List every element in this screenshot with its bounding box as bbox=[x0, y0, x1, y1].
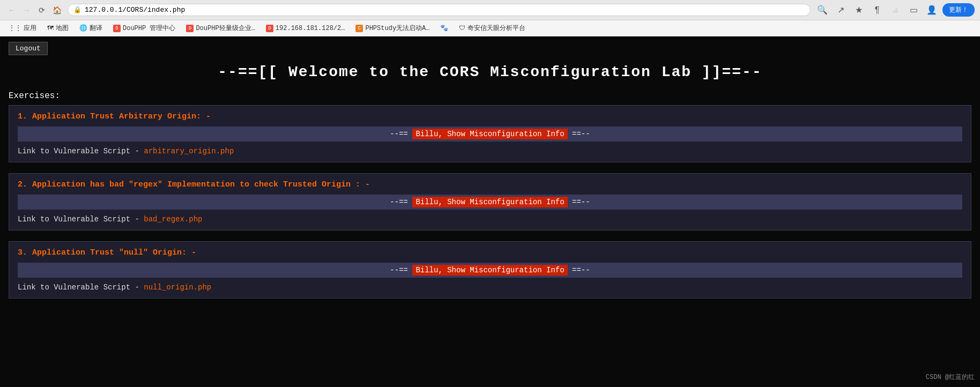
exercise-3-billu-bar[interactable]: --== Billu, Show Misconfiguration Info =… bbox=[18, 263, 962, 278]
exercise-1-billu-bar[interactable]: --== Billu, Show Misconfiguration Info =… bbox=[18, 126, 962, 142]
csdn-watermark: CSDN @红蓝的红 bbox=[926, 373, 975, 382]
profile-btn[interactable]: 👤 bbox=[924, 3, 939, 18]
exercise-box-1: 1. Application Trust Arbitrary Origin: -… bbox=[9, 105, 971, 162]
bookmark-translate[interactable]: 🌐 翻译 bbox=[75, 23, 107, 34]
bookmark-star-btn[interactable]: ★ bbox=[851, 3, 866, 18]
bookmark-map[interactable]: 🗺 地图 bbox=[43, 23, 73, 34]
exercise-box-3: 3. Application Trust "null" Origin: - --… bbox=[9, 241, 971, 299]
exercise-3-link[interactable]: null_origin.php bbox=[144, 283, 211, 292]
douphp-lite-icon: D bbox=[186, 25, 194, 32]
browser-chrome: ← → ⟳ 🏠 🔒 🔍 ↗ ★ ¶ ◽ ▭ 👤 更新！ ⋮⋮ 应用 🗺 地图 bbox=[0, 0, 980, 36]
phpstudy-icon: C bbox=[355, 25, 363, 32]
bookmark-tianyan[interactable]: 🛡 奇安信天眼分析平台 bbox=[455, 23, 530, 34]
refresh-button[interactable]: ⟳ bbox=[35, 4, 48, 17]
bookmarks-bar: ⋮⋮ 应用 🗺 地图 🌐 翻译 D DouPHP 管理中心 D DouPHP轻量… bbox=[0, 20, 980, 36]
billu-prefix-2: --== bbox=[390, 198, 412, 206]
bookmark-phpstudy[interactable]: C PHPStudy无法启动A… bbox=[351, 23, 434, 34]
bookmark-apps[interactable]: ⋮⋮ 应用 bbox=[4, 23, 41, 34]
billu-prefix-3: --== bbox=[390, 266, 412, 274]
apps-grid-icon: ⋮⋮ bbox=[9, 24, 21, 32]
exercises-label: Exercises: bbox=[9, 91, 971, 101]
logout-button[interactable]: Logout bbox=[9, 42, 48, 55]
bookmark-ip[interactable]: D 192.168.181.128/2… bbox=[262, 24, 350, 33]
url-input[interactable] bbox=[85, 6, 805, 14]
forward-button[interactable]: → bbox=[20, 4, 33, 17]
exercise-3-title: 3. Application Trust "null" Origin: - bbox=[18, 248, 962, 257]
tianyan-icon: 🛡 bbox=[459, 24, 465, 32]
link-prefix-3: Link to Vulnerable Script - bbox=[18, 283, 144, 292]
bookmark-douphp-lite[interactable]: D DouPHP轻量级企业… bbox=[182, 23, 259, 34]
extensions-btn[interactable]: ◽ bbox=[888, 3, 903, 18]
billu-highlight-3[interactable]: Billu, Show Misconfiguration Info bbox=[412, 265, 567, 276]
exercise-2-link[interactable]: bad_regex.php bbox=[144, 215, 202, 224]
page-title: --==[[ Welcome to the CORS Misconfigurat… bbox=[9, 64, 971, 80]
billu-highlight-2[interactable]: Billu, Show Misconfiguration Info bbox=[412, 197, 567, 207]
back-button[interactable]: ← bbox=[5, 4, 18, 17]
address-bar: 🔒 bbox=[68, 4, 811, 16]
billu-suffix-3: ==-- bbox=[568, 266, 590, 274]
exercise-3-link-line: Link to Vulnerable Script - null_origin.… bbox=[18, 283, 962, 292]
billu-suffix-1: ==-- bbox=[568, 130, 590, 138]
bookmark-douphp-admin[interactable]: D DouPHP 管理中心 bbox=[109, 23, 180, 34]
browser-nav-bar: ← → ⟳ 🏠 🔒 🔍 ↗ ★ ¶ ◽ ▭ 👤 更新！ bbox=[0, 0, 980, 20]
bookmark-paw[interactable]: 🐾 bbox=[436, 23, 452, 33]
reader-mode-btn[interactable]: ¶ bbox=[870, 3, 885, 18]
map-icon: 🗺 bbox=[47, 24, 54, 32]
lock-icon: 🔒 bbox=[73, 6, 81, 14]
exercise-box-2: 2. Application has bad "regex" Implement… bbox=[9, 173, 971, 230]
exercise-2-billu-bar[interactable]: --== Billu, Show Misconfiguration Info =… bbox=[18, 195, 962, 210]
split-view-btn[interactable]: ▭ bbox=[906, 3, 921, 18]
page-content: Logout --==[[ Welcome to the CORS Miscon… bbox=[0, 36, 980, 387]
link-prefix-1: Link to Vulnerable Script - bbox=[18, 147, 144, 155]
update-button[interactable]: 更新！ bbox=[942, 3, 975, 17]
share-icon-btn[interactable]: ↗ bbox=[833, 3, 848, 18]
billu-highlight-1[interactable]: Billu, Show Misconfiguration Info bbox=[412, 129, 567, 139]
exercise-1-link-line: Link to Vulnerable Script - arbitrary_or… bbox=[18, 147, 962, 155]
exercise-1-link[interactable]: arbitrary_origin.php bbox=[144, 147, 234, 155]
home-button[interactable]: 🏠 bbox=[50, 4, 63, 17]
douphp-icon: D bbox=[113, 25, 121, 32]
link-prefix-2: Link to Vulnerable Script - bbox=[18, 215, 144, 224]
billu-suffix-2: ==-- bbox=[568, 198, 590, 206]
exercise-1-title: 1. Application Trust Arbitrary Origin: - bbox=[18, 112, 962, 121]
search-icon-btn[interactable]: 🔍 bbox=[815, 3, 830, 18]
paw-icon: 🐾 bbox=[440, 24, 448, 32]
ip-icon: D bbox=[266, 25, 273, 32]
exercise-2-title: 2. Application has bad "regex" Implement… bbox=[18, 180, 962, 189]
exercise-2-link-line: Link to Vulnerable Script - bad_regex.ph… bbox=[18, 215, 962, 224]
browser-icons: 🔍 ↗ ★ ¶ ◽ ▭ 👤 更新！ bbox=[815, 3, 975, 18]
billu-prefix-1: --== bbox=[390, 130, 412, 138]
nav-buttons: ← → ⟳ 🏠 bbox=[5, 4, 63, 17]
translate-icon: 🌐 bbox=[79, 24, 87, 32]
